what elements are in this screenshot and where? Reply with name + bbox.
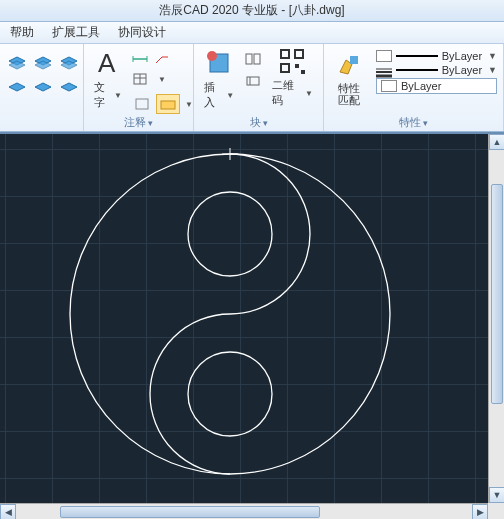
scroll-down-button[interactable]: ▼ (489, 487, 504, 503)
svg-rect-16 (136, 99, 148, 109)
chevron-down-icon: ▼ (488, 65, 497, 75)
layer-swatch-icon (381, 80, 397, 92)
chevron-down-icon: ▼ (226, 91, 234, 100)
horizontal-scrollbar[interactable]: ◀ ▶ (0, 503, 488, 519)
scrollbar-corner (488, 503, 504, 519)
svg-text:A: A (98, 48, 116, 78)
layer-icon-2[interactable] (32, 52, 54, 74)
qrcode-icon (279, 48, 307, 76)
annot-mini-grid: ▼ (130, 46, 196, 88)
svg-rect-29 (350, 56, 358, 64)
dimension-icon[interactable] (130, 50, 150, 68)
block-tool-1[interactable] (242, 50, 264, 68)
ribbon-group-block: 插入▼ 二维码▼ 块▾ (194, 44, 324, 131)
scroll-up-button[interactable]: ▲ (489, 134, 504, 150)
svg-rect-26 (281, 64, 289, 72)
layer-icon-5[interactable] (32, 78, 54, 100)
svg-rect-28 (301, 70, 305, 74)
group-label-block: 块▾ (194, 115, 323, 130)
scroll-right-button[interactable]: ▶ (472, 504, 488, 519)
menu-collab[interactable]: 协同设计 (118, 24, 166, 41)
chevron-down-icon[interactable]: ▼ (152, 70, 172, 88)
chevron-down-icon: ▼ (305, 89, 313, 98)
layer-icon-3[interactable] (58, 52, 80, 74)
svg-rect-24 (281, 50, 289, 58)
annot-tool-1[interactable] (130, 94, 154, 114)
svg-point-34 (188, 192, 272, 276)
svg-point-19 (207, 51, 217, 61)
menu-help[interactable]: 帮助 (10, 24, 34, 41)
chevron-down-icon: ▼ (488, 51, 497, 61)
color-selector[interactable]: ByLayer▼ (376, 50, 497, 62)
block-tool-2[interactable] (242, 72, 264, 90)
drawing-canvas[interactable]: ▲ ▼ ◀ ▶ (0, 132, 504, 519)
table-icon[interactable] (130, 70, 150, 88)
layer-icon-6[interactable] (58, 78, 80, 100)
layer-icon-grid (6, 46, 80, 100)
svg-marker-8 (61, 83, 77, 91)
svg-rect-17 (161, 101, 175, 109)
insert-button[interactable]: 插入▼ (200, 46, 238, 112)
svg-rect-22 (247, 77, 259, 85)
chevron-down-icon: ▼ (114, 91, 122, 100)
text-button[interactable]: A 文字▼ (90, 46, 126, 112)
line-preview (396, 69, 438, 71)
menu-bar: 帮助 扩展工具 协同设计 (0, 22, 504, 44)
yin-yang-drawing (60, 144, 400, 484)
svg-rect-21 (254, 54, 260, 64)
vertical-scrollbar[interactable]: ▲ ▼ (488, 134, 504, 503)
ribbon-group-layers (0, 44, 84, 131)
text-icon: A (94, 48, 122, 78)
svg-rect-20 (246, 54, 252, 64)
menu-ext-tools[interactable]: 扩展工具 (52, 24, 100, 41)
annot-tool-2[interactable] (156, 94, 180, 114)
svg-rect-27 (295, 64, 299, 68)
svg-rect-25 (295, 50, 303, 58)
svg-point-35 (188, 352, 272, 436)
ribbon: A 文字▼ ▼ ▼ 注释▾ (0, 44, 504, 132)
ribbon-group-properties: 特性 匹配 ByLayer▼ ByLayer▼ ByLayer (324, 44, 504, 131)
svg-marker-7 (35, 83, 51, 91)
color-swatch-icon (376, 50, 392, 62)
title-bar: 浩辰CAD 2020 专业版 - [八卦.dwg] (0, 0, 504, 22)
insert-icon (204, 48, 234, 78)
group-label-annotation: 注释▾ (84, 115, 193, 130)
leader-icon[interactable] (152, 50, 172, 68)
svg-marker-6 (9, 83, 25, 91)
ribbon-group-annotation: A 文字▼ ▼ ▼ 注释▾ (84, 44, 194, 131)
paintbrush-icon (334, 50, 364, 80)
group-label-properties: 特性▾ (324, 115, 503, 130)
scroll-left-button[interactable]: ◀ (0, 504, 16, 519)
line-preview (396, 55, 438, 57)
match-properties-button[interactable]: 特性 匹配 (330, 48, 368, 108)
lineweight-selector[interactable]: ByLayer▼ (376, 64, 497, 76)
layer-icon-4[interactable] (6, 78, 28, 100)
layer-icon-1[interactable] (6, 52, 28, 74)
qrcode-button[interactable]: 二维码▼ (268, 46, 317, 110)
scroll-thumb-v[interactable] (491, 184, 503, 404)
window-title: 浩辰CAD 2020 专业版 - [八卦.dwg] (159, 2, 344, 19)
scroll-thumb-h[interactable] (60, 506, 320, 518)
layer-selector[interactable]: ByLayer (376, 78, 497, 94)
